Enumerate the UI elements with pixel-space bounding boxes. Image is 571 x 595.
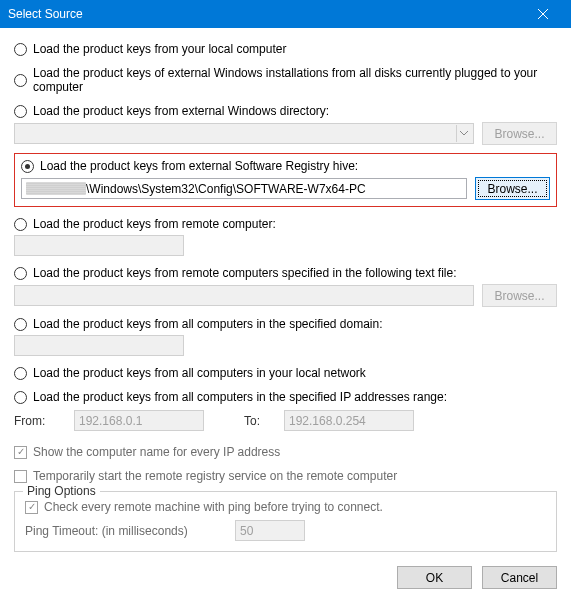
check-label: Check every remote machine with ping bef…: [44, 500, 383, 514]
option-label: Load the product keys from all computers…: [33, 317, 383, 331]
highlighted-option: Load the product keys from external Soft…: [14, 153, 557, 207]
option-ext-hive[interactable]: Load the product keys from external Soft…: [21, 159, 550, 173]
ip-range-row: From: To:: [14, 410, 557, 431]
dialog-footer: OK Cancel: [14, 566, 557, 589]
ping-timeout-input: [235, 520, 305, 541]
remote-row: [14, 235, 557, 256]
option-local[interactable]: Load the product keys from your local co…: [14, 42, 557, 56]
ping-timeout-label: Ping Timeout: (in milliseconds): [25, 524, 225, 538]
option-remote-file[interactable]: Load the product keys from remote comput…: [14, 266, 557, 280]
ip-from-input: [74, 410, 204, 431]
option-local-net[interactable]: Load the product keys from all computers…: [14, 366, 557, 380]
chevron-down-icon: [456, 125, 471, 142]
remote-file-row: Browse...: [14, 284, 557, 307]
ping-timeout-row: Ping Timeout: (in milliseconds): [25, 520, 546, 541]
remote-file-input: [14, 285, 474, 306]
cancel-button[interactable]: Cancel: [482, 566, 557, 589]
radio-icon: [14, 105, 27, 118]
option-label: Load the product keys from all computers…: [33, 366, 366, 380]
checkbox-icon: [14, 446, 27, 459]
close-icon: [538, 9, 548, 19]
check-show-name[interactable]: Show the computer name for every IP addr…: [14, 445, 557, 459]
browse-remote-file-button: Browse...: [482, 284, 557, 307]
radio-icon: [14, 367, 27, 380]
radio-icon: [14, 391, 27, 404]
domain-input: [14, 335, 184, 356]
check-temp-registry[interactable]: Temporarily start the remote registry se…: [14, 469, 557, 483]
redacted-prefix: [26, 182, 86, 195]
radio-icon: [14, 43, 27, 56]
radio-icon: [14, 318, 27, 331]
radio-icon: [14, 218, 27, 231]
browse-hive-button[interactable]: Browse...: [475, 177, 550, 200]
option-label: Load the product keys from external Wind…: [33, 104, 329, 118]
ip-to-input: [284, 410, 414, 431]
radio-icon: [21, 160, 34, 173]
to-label: To:: [244, 414, 274, 428]
ext-dir-row: Browse...: [14, 122, 557, 145]
ok-button[interactable]: OK: [397, 566, 472, 589]
ext-hive-row: \Windows\System32\Config\SOFTWARE-W7x64-…: [21, 177, 550, 200]
radio-icon: [14, 267, 27, 280]
check-label: Show the computer name for every IP addr…: [33, 445, 280, 459]
close-button[interactable]: [523, 0, 563, 28]
hive-path-text: \Windows\System32\Config\SOFTWARE-W7x64-…: [86, 182, 366, 196]
hive-path-input[interactable]: \Windows\System32\Config\SOFTWARE-W7x64-…: [21, 178, 467, 199]
radio-icon: [14, 74, 27, 87]
ext-dir-combo[interactable]: [14, 123, 474, 144]
option-ip-range[interactable]: Load the product keys from all computers…: [14, 390, 557, 404]
ping-options-group: Ping Options Check every remote machine …: [14, 491, 557, 552]
titlebar: Select Source: [0, 0, 571, 28]
domain-row: [14, 335, 557, 356]
check-label: Temporarily start the remote registry se…: [33, 469, 397, 483]
option-label: Load the product keys from remote comput…: [33, 266, 457, 280]
from-label: From:: [14, 414, 64, 428]
option-label: Load the product keys from your local co…: [33, 42, 286, 56]
dialog-content: Load the product keys from your local co…: [0, 28, 571, 595]
option-ext-dir[interactable]: Load the product keys from external Wind…: [14, 104, 557, 118]
window-title: Select Source: [8, 7, 83, 21]
option-label: Load the product keys of external Window…: [33, 66, 557, 94]
checkbox-icon: [14, 470, 27, 483]
option-label: Load the product keys from all computers…: [33, 390, 447, 404]
remote-computer-input: [14, 235, 184, 256]
option-domain[interactable]: Load the product keys from all computers…: [14, 317, 557, 331]
browse-ext-dir-button: Browse...: [482, 122, 557, 145]
option-label: Load the product keys from external Soft…: [40, 159, 358, 173]
checkbox-icon: [25, 501, 38, 514]
ping-legend: Ping Options: [23, 484, 100, 498]
check-ping[interactable]: Check every remote machine with ping bef…: [25, 500, 546, 514]
option-ext-installs[interactable]: Load the product keys of external Window…: [14, 66, 557, 94]
option-remote[interactable]: Load the product keys from remote comput…: [14, 217, 557, 231]
option-label: Load the product keys from remote comput…: [33, 217, 276, 231]
